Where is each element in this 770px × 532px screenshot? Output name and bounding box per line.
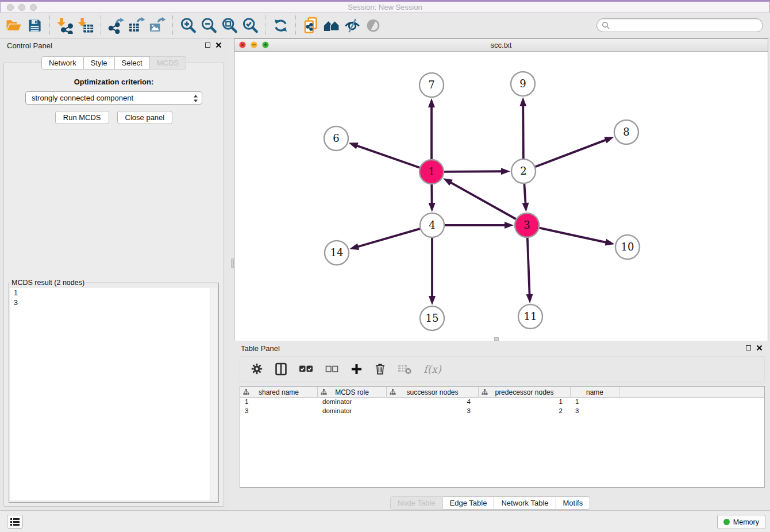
- network-window-titlebar[interactable]: scc.txt: [234, 39, 768, 52]
- delete-table-button[interactable]: [398, 363, 411, 375]
- tab-network-table[interactable]: Network Table: [494, 496, 556, 510]
- graph-node-label: 6: [333, 132, 339, 144]
- clone-network-button[interactable]: [301, 14, 321, 36]
- float-panel-icon[interactable]: [205, 43, 210, 48]
- column-header-predecessor-nodes[interactable]: predecessor nodes: [479, 387, 571, 398]
- table-panel: Table Panel: [234, 341, 768, 510]
- arrowhead-icon: [349, 142, 359, 149]
- cell-successor-nodes[interactable]: 3: [387, 407, 479, 416]
- show-all-panels-button[interactable]: [321, 14, 342, 36]
- fx-icon: f(x): [424, 363, 441, 375]
- tab-select[interactable]: Select: [115, 56, 150, 70]
- column-header-shared-name[interactable]: shared name: [240, 387, 318, 398]
- mcds-result-title: MCDS result (2 nodes): [10, 279, 86, 287]
- cell-shared-name[interactable]: 3: [240, 407, 318, 416]
- table-row[interactable]: 3dominator323: [240, 407, 764, 416]
- cell-predecessor-nodes[interactable]: 1: [479, 398, 571, 407]
- export-network-button[interactable]: [106, 14, 126, 36]
- cell-predecessor-nodes[interactable]: 2: [479, 407, 571, 416]
- graph-node-label: 9: [519, 78, 526, 90]
- import-table-button[interactable]: [75, 14, 96, 36]
- main-toolbar: [0, 13, 770, 38]
- graph-edge-3-10[interactable]: [539, 228, 606, 242]
- graph-edge-1-6[interactable]: [356, 145, 419, 168]
- graph-edge-1-2[interactable]: [444, 171, 502, 172]
- hierarchy-icon: [482, 389, 488, 397]
- run-mcds-button[interactable]: Run MCDS: [55, 111, 109, 124]
- save-session-button[interactable]: [24, 14, 45, 36]
- split-view-button[interactable]: [275, 363, 287, 376]
- graph-edge-4-14[interactable]: [357, 229, 420, 247]
- arrowhead-icon: [522, 203, 529, 212]
- graph-edge-2-8[interactable]: [536, 140, 607, 167]
- column-header-label: name: [586, 388, 603, 396]
- function-builder-button[interactable]: f(x): [424, 363, 441, 375]
- delete-column-button[interactable]: [375, 363, 386, 375]
- checked-boxes-icon: [299, 365, 313, 373]
- network-graph[interactable]: 7968124314101511: [234, 52, 768, 341]
- cell-MCDS-role[interactable]: dominator: [318, 398, 387, 407]
- column-header-MCDS-role[interactable]: MCDS role: [318, 387, 387, 398]
- hide-panels-button[interactable]: [342, 14, 363, 36]
- mcds-result-scrollbar[interactable]: [210, 288, 217, 500]
- export-table-button[interactable]: [126, 14, 147, 36]
- search-input[interactable]: [610, 20, 763, 30]
- mcds-result-item[interactable]: 3: [14, 298, 210, 308]
- cell-name[interactable]: 3: [571, 407, 619, 416]
- table-body: 1dominator4113dominator323: [240, 398, 764, 416]
- close-panel-icon[interactable]: [215, 42, 222, 48]
- zoom-in-button[interactable]: [178, 14, 198, 36]
- import-network-button[interactable]: [55, 14, 75, 36]
- tab-mcds[interactable]: MCDS: [150, 56, 186, 70]
- window-titlebar: Session: New Session: [0, 0, 770, 13]
- splitter-grip[interactable]: [231, 259, 234, 268]
- memory-status-icon: [723, 519, 730, 525]
- column-settings-button[interactable]: [251, 363, 263, 375]
- cell-name[interactable]: 1: [571, 398, 619, 407]
- close-panel-icon[interactable]: [756, 345, 763, 351]
- tab-node-table[interactable]: Node Table: [390, 496, 443, 510]
- cell-successor-nodes[interactable]: 4: [387, 398, 479, 407]
- tab-network[interactable]: Network: [41, 56, 84, 70]
- zoom-selected-button[interactable]: [240, 14, 260, 36]
- tab-style[interactable]: Style: [84, 56, 115, 70]
- open-session-button[interactable]: [3, 14, 24, 36]
- zoom-out-button[interactable]: [198, 14, 219, 36]
- export-image-button[interactable]: [147, 14, 168, 36]
- gear-icon: [251, 363, 263, 375]
- cell-MCDS-role[interactable]: dominator: [318, 407, 387, 416]
- network-canvas[interactable]: 7968124314101511: [234, 52, 768, 341]
- optimization-criterion-select[interactable]: strongly connected component: [25, 91, 202, 105]
- tab-motifs[interactable]: Motifs: [556, 496, 591, 510]
- presentation-mode-button[interactable]: [363, 14, 383, 36]
- zoom-out-icon: [200, 17, 217, 34]
- graph-edge-2-9[interactable]: [523, 105, 523, 159]
- network-window-title: scc.txt: [234, 39, 768, 52]
- table-panel-tabs: Node TableEdge TableNetwork TableMotifs: [390, 496, 590, 510]
- toolbar-separator: [49, 16, 50, 35]
- task-history-button[interactable]: [7, 515, 23, 529]
- select-all-columns-button[interactable]: [299, 365, 313, 373]
- arrowhead-icon: [501, 168, 510, 175]
- add-column-button[interactable]: [351, 363, 363, 375]
- mcds-result-item[interactable]: 1: [14, 288, 210, 298]
- column-header-successor-nodes[interactable]: successor nodes: [387, 387, 479, 398]
- cell-shared-name[interactable]: 1: [240, 398, 318, 407]
- graph-edge-3-11[interactable]: [528, 238, 530, 295]
- tab-edge-table[interactable]: Edge Table: [443, 496, 495, 510]
- memory-button[interactable]: Memory: [717, 515, 765, 529]
- graph-edge-2-3[interactable]: [524, 184, 525, 204]
- mcds-result-list[interactable]: 13: [10, 288, 210, 500]
- search-box[interactable]: [596, 18, 763, 32]
- zoom-fit-button[interactable]: [219, 14, 240, 36]
- network-view-window: scc.txt 7968124314101511: [234, 38, 768, 341]
- float-panel-icon[interactable]: [746, 345, 751, 350]
- apply-layout-button[interactable]: [270, 14, 291, 36]
- column-header-name[interactable]: name: [571, 387, 619, 398]
- close-panel-button[interactable]: Close panel: [117, 111, 173, 124]
- table-row[interactable]: 1dominator411: [240, 398, 764, 407]
- open-folder-icon: [5, 17, 22, 34]
- splitter-grip[interactable]: [494, 337, 499, 341]
- graph-edge-3-1[interactable]: [450, 182, 516, 219]
- unselect-all-columns-button[interactable]: [325, 365, 338, 373]
